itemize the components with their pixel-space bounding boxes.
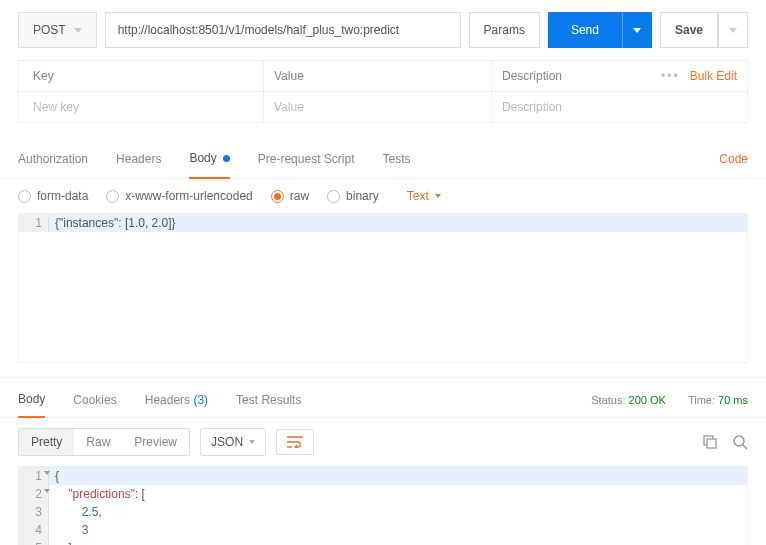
radio-binary[interactable]: binary <box>327 189 379 203</box>
tab-tests[interactable]: Tests <box>382 140 410 178</box>
response-body-editor[interactable]: 1{ 2 "predictions": [ 3 2.5, 4 3 5 ] 6} <box>18 466 748 545</box>
headers-count: (3) <box>193 393 208 407</box>
view-pretty[interactable]: Pretty <box>19 429 74 455</box>
params-button[interactable]: Params <box>469 12 540 48</box>
radio-form-data[interactable]: form-data <box>18 189 88 203</box>
response-line: { <box>49 467 65 485</box>
wrap-lines-button[interactable] <box>276 429 314 455</box>
status-value: 200 OK <box>629 394 666 406</box>
radio-urlencoded[interactable]: x-www-form-urlencoded <box>106 189 252 203</box>
chevron-down-icon <box>729 28 737 33</box>
tab-body[interactable]: Body <box>189 139 229 179</box>
chevron-down-icon <box>249 440 255 444</box>
request-body-editor[interactable]: 1 {"instances": [1.0, 2.0]} <box>18 213 748 363</box>
fold-icon[interactable] <box>44 471 50 475</box>
tab-response-cookies[interactable]: Cookies <box>73 383 116 417</box>
save-button[interactable]: Save <box>660 12 718 48</box>
save-button-group: Save <box>660 12 748 48</box>
code-link[interactable]: Code <box>719 152 748 166</box>
request-body-line[interactable]: {"instances": [1.0, 2.0]} <box>49 214 182 232</box>
new-value-input[interactable]: Value <box>263 92 491 122</box>
view-mode-selector: Pretty Raw Preview <box>18 428 190 456</box>
send-options-button[interactable] <box>622 12 652 48</box>
wrap-lines-icon <box>287 436 303 448</box>
response-line: 2.5, <box>49 503 108 521</box>
radio-icon <box>106 190 119 203</box>
radio-label: raw <box>290 189 309 203</box>
save-options-button[interactable] <box>718 12 748 48</box>
request-topbar: POST Params Send Save <box>0 0 766 60</box>
tab-response-headers[interactable]: Headers (3) <box>145 383 208 417</box>
method-label: POST <box>33 23 66 37</box>
radio-icon <box>271 190 284 203</box>
method-dropdown[interactable]: POST <box>18 12 97 48</box>
radio-label: binary <box>346 189 379 203</box>
svg-point-2 <box>734 436 744 446</box>
raw-type-dropdown[interactable]: Text <box>407 189 441 203</box>
col-description: Description <box>491 61 641 91</box>
radio-raw[interactable]: raw <box>271 189 309 203</box>
response-meta: Status: 200 OK Time: 70 ms <box>591 394 748 406</box>
tab-response-test-results[interactable]: Test Results <box>236 383 301 417</box>
send-button[interactable]: Send <box>548 12 622 48</box>
tab-prerequest[interactable]: Pre-request Script <box>258 140 355 178</box>
response-line: "predictions": [ <box>49 485 151 503</box>
body-type-selector: form-data x-www-form-urlencoded raw bina… <box>0 179 766 213</box>
radio-label: x-www-form-urlencoded <box>125 189 252 203</box>
raw-type-label: Text <box>407 189 429 203</box>
url-input[interactable] <box>105 12 461 48</box>
svg-line-3 <box>743 445 747 449</box>
tab-authorization[interactable]: Authorization <box>18 140 88 178</box>
params-table-header: Key Value Description ••• Bulk Edit <box>19 61 747 92</box>
params-table: Key Value Description ••• Bulk Edit New … <box>18 60 748 123</box>
status-block: Status: 200 OK <box>591 394 666 406</box>
new-desc-input[interactable]: Description <box>491 92 641 122</box>
format-label: JSON <box>211 435 243 449</box>
tab-response-body[interactable]: Body <box>18 382 45 418</box>
radio-label: form-data <box>37 189 88 203</box>
view-preview[interactable]: Preview <box>122 429 189 455</box>
params-header-actions: ••• Bulk Edit <box>641 61 747 91</box>
chevron-down-icon <box>633 28 641 33</box>
format-dropdown[interactable]: JSON <box>200 428 266 456</box>
params-new-row[interactable]: New key Value Description <box>19 92 747 122</box>
tab-headers[interactable]: Headers <box>116 140 161 178</box>
response-actions <box>702 434 748 450</box>
bulk-edit-link[interactable]: Bulk Edit <box>690 69 737 83</box>
fold-icon[interactable] <box>44 489 50 493</box>
send-button-group: Send <box>548 12 652 48</box>
col-key: Key <box>23 61 263 91</box>
radio-icon <box>327 190 340 203</box>
response-toolbar: Pretty Raw Preview JSON <box>0 418 766 466</box>
response-line: 3 <box>49 521 94 539</box>
chevron-down-icon <box>435 194 441 198</box>
response-tabs: Body Cookies Headers (3) Test Results St… <box>0 378 766 418</box>
time-value: 70 ms <box>718 394 748 406</box>
svg-rect-1 <box>707 439 716 448</box>
line-gutter: 1 <box>19 214 49 232</box>
more-options-icon[interactable]: ••• <box>661 69 680 83</box>
new-key-input[interactable]: New key <box>23 92 263 122</box>
radio-icon <box>18 190 31 203</box>
response-line: ] <box>49 539 78 545</box>
col-value: Value <box>263 61 491 91</box>
request-tabs: Authorization Headers Body Pre-request S… <box>0 139 766 179</box>
time-block: Time: 70 ms <box>688 394 748 406</box>
view-raw[interactable]: Raw <box>74 429 122 455</box>
search-icon[interactable] <box>732 434 748 450</box>
chevron-down-icon <box>74 28 82 33</box>
copy-icon[interactable] <box>702 434 718 450</box>
